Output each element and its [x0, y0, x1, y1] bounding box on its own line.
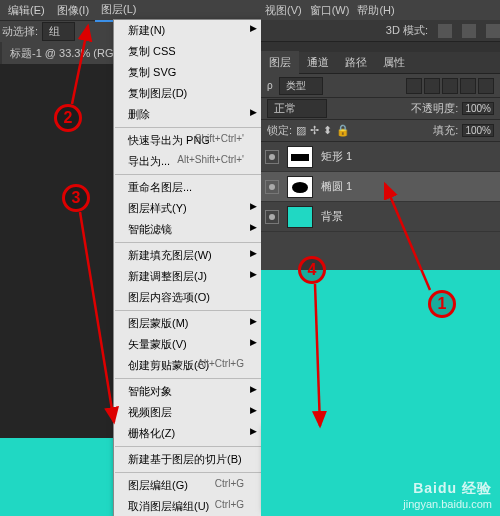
filter-btn-2[interactable] — [424, 78, 440, 94]
layer-thumb — [287, 206, 313, 228]
fill-value[interactable]: 100% — [462, 124, 494, 137]
panel-tabs: 图层 通道 路径 属性 — [261, 52, 500, 74]
menu-window[interactable]: 窗口(W) — [310, 3, 350, 18]
lock-label: 锁定: — [267, 123, 292, 138]
autoselect-dropdown[interactable]: 组 — [42, 22, 75, 41]
layer-row[interactable]: 椭圆 1 — [261, 172, 500, 202]
layer-name: 矩形 1 — [321, 149, 352, 164]
right-panel: 视图(V) 窗口(W) 帮助(H) 3D 模式: 图层 通道 路径 属性 ρ 类… — [261, 0, 500, 516]
visibility-icon[interactable] — [265, 180, 279, 194]
menu-view[interactable]: 视图(V) — [265, 3, 302, 18]
tab-attrs[interactable]: 属性 — [375, 51, 413, 74]
opacity-label: 不透明度: — [411, 101, 458, 116]
fill-label: 填充: — [433, 123, 458, 138]
lock-all-icon[interactable]: 🔒 — [336, 124, 350, 137]
filter-btn-1[interactable] — [406, 78, 422, 94]
menu-item[interactable]: 矢量蒙版(V)▶ — [114, 334, 262, 355]
menu-item[interactable]: 智能对象▶ — [114, 381, 262, 402]
menu-edit[interactable]: 编辑(E) — [2, 0, 51, 21]
autoselect-label: 动选择: — [2, 24, 38, 39]
layer-row[interactable]: 背景 — [261, 202, 500, 232]
annotation-3: 3 — [62, 184, 90, 212]
watermark: Baidu 经验 jingyan.baidu.com — [403, 480, 492, 510]
menu-item[interactable]: 删除▶ — [114, 104, 262, 125]
menu-item[interactable]: 新建基于图层的切片(B) — [114, 449, 262, 470]
filter-kind-dropdown[interactable]: 类型 — [279, 77, 323, 95]
mode3d-icon-2[interactable] — [462, 24, 476, 38]
filter-btn-4[interactable] — [460, 78, 476, 94]
lock-icon[interactable]: ▨ — [296, 124, 306, 137]
control-bar: 3D 模式: — [261, 20, 500, 42]
tab-paths[interactable]: 路径 — [337, 51, 375, 74]
menu-item[interactable]: 创建剪贴蒙版(C)Alt+Ctrl+G — [114, 355, 262, 376]
visibility-icon[interactable] — [265, 150, 279, 164]
menu-image[interactable]: 图像(I) — [51, 0, 95, 21]
mode3d-icon-1[interactable] — [438, 24, 452, 38]
layer-thumb — [287, 146, 313, 168]
annotation-1: 1 — [428, 290, 456, 318]
blend-row: 正常 不透明度: 100% — [261, 98, 500, 120]
opacity-value[interactable]: 100% — [462, 102, 494, 115]
tab-layers[interactable]: 图层 — [261, 51, 299, 74]
menu-item[interactable]: 新建填充图层(W)▶ — [114, 245, 262, 266]
layer-name: 椭圆 1 — [321, 179, 352, 194]
menu-item[interactable]: 图层编组(G)Ctrl+G — [114, 475, 262, 496]
menu-item[interactable]: 栅格化(Z)▶ — [114, 423, 262, 444]
menu-item[interactable]: 新建(N)▶ — [114, 20, 262, 41]
layer-filter-row: ρ 类型 — [261, 74, 500, 98]
watermark-url: jingyan.baidu.com — [403, 498, 492, 510]
menu-help[interactable]: 帮助(H) — [357, 3, 394, 18]
menu-item[interactable]: 复制 CSS — [114, 41, 262, 62]
lock-move-icon[interactable]: ✢ — [310, 124, 319, 137]
visibility-icon[interactable] — [265, 210, 279, 224]
menu-item[interactable]: 导出为...Alt+Shift+Ctrl+' — [114, 151, 262, 172]
annotation-2: 2 — [54, 104, 82, 132]
tab-channels[interactable]: 通道 — [299, 51, 337, 74]
annotation-4: 4 — [298, 256, 326, 284]
menu-item[interactable]: 快速导出为 PNGShift+Ctrl+' — [114, 130, 262, 151]
menu-item[interactable]: 图层内容选项(O) — [114, 287, 262, 308]
document-tab[interactable]: 标题-1 @ 33.3% (RG — [2, 42, 121, 65]
lock-row: 锁定: ▨ ✢ ⬍ 🔒 填充: 100% — [261, 120, 500, 142]
menu-item[interactable]: 重命名图层... — [114, 177, 262, 198]
menu-item[interactable]: 图层样式(Y)▶ — [114, 198, 262, 219]
menu-item[interactable]: 视频图层▶ — [114, 402, 262, 423]
menu-item[interactable]: 复制 SVG — [114, 62, 262, 83]
menu-item[interactable]: 新建调整图层(J)▶ — [114, 266, 262, 287]
mode-3d-label: 3D 模式: — [386, 23, 428, 38]
filter-btn-5[interactable] — [478, 78, 494, 94]
blend-mode-dropdown[interactable]: 正常 — [267, 99, 327, 118]
layer-row[interactable]: 矩形 1 — [261, 142, 500, 172]
layer-thumb — [287, 176, 313, 198]
mode3d-icon-3[interactable] — [486, 24, 500, 38]
menu-item[interactable]: 智能滤镜▶ — [114, 219, 262, 240]
lock-position-icon[interactable]: ⬍ — [323, 124, 332, 137]
layer-menu: 新建(N)▶复制 CSS复制 SVG复制图层(D)删除▶快速导出为 PNGShi… — [113, 19, 263, 516]
right-menubar: 视图(V) 窗口(W) 帮助(H) — [261, 0, 500, 20]
watermark-brand: Baidu 经验 — [403, 480, 492, 498]
filter-btn-3[interactable] — [442, 78, 458, 94]
menu-item[interactable]: 取消图层编组(U)Ctrl+G — [114, 496, 262, 516]
layer-list: 矩形 1椭圆 1背景 — [261, 142, 500, 232]
menu-item[interactable]: 图层蒙版(M)▶ — [114, 313, 262, 334]
menu-item[interactable]: 复制图层(D) — [114, 83, 262, 104]
layer-name: 背景 — [321, 209, 343, 224]
